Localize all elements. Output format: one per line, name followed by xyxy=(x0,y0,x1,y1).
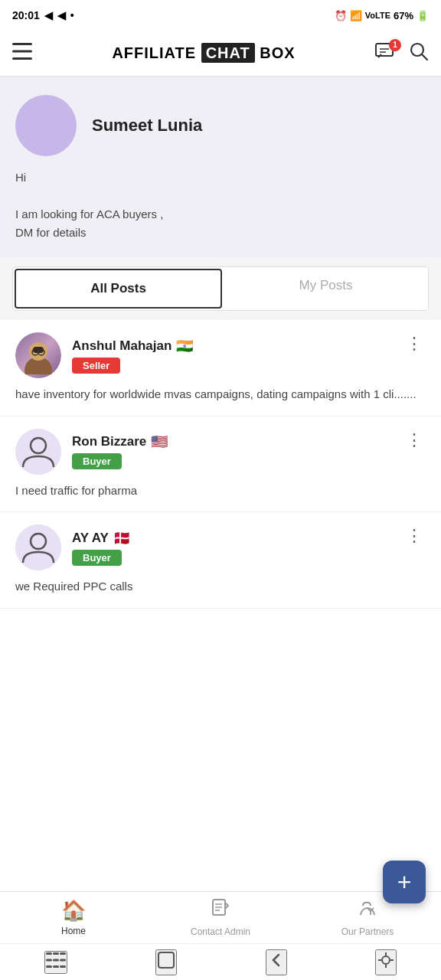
posts-tabs: All Posts My Posts xyxy=(12,266,429,311)
profile-section: Sumeet Lunia Hi I am looking for ACA buy… xyxy=(0,77,441,257)
post-avatar xyxy=(15,332,61,378)
post-header: Ron Bizzare 🇺🇸 Buyer ⋮ xyxy=(15,429,426,475)
bottom-nav-contact-admin[interactable]: Contact Admin xyxy=(147,898,294,937)
status-bar: 20:01 ◀ ◀ • ⏰ 📶 VoLTE 67% 🔋 xyxy=(0,0,441,31)
post-item: AY AY 🇩🇰 Buyer ⋮ we Required PPC calls xyxy=(0,512,441,609)
android-nav-bar xyxy=(0,943,441,980)
bottom-nav-partners-label: Our Partners xyxy=(341,926,394,937)
post-avatar xyxy=(15,524,61,570)
svg-point-15 xyxy=(15,524,61,570)
svg-rect-2 xyxy=(12,57,32,60)
battery-percent: 67% xyxy=(394,10,413,21)
svg-rect-27 xyxy=(46,965,52,968)
svg-rect-22 xyxy=(53,952,59,955)
post-user-info: Ron Bizzare 🇺🇸 Buyer xyxy=(72,433,168,469)
svg-rect-30 xyxy=(158,952,174,968)
posts-list: Anshul Mahajan 🇮🇳 Seller ⋮ have inventor… xyxy=(0,320,441,891)
android-recents-button[interactable] xyxy=(375,949,397,975)
home-icon: 🏠 xyxy=(61,899,86,923)
profile-bio: Hi I am looking for ACA buyers , DM for … xyxy=(15,168,426,242)
wifi-icon: 📶 xyxy=(350,10,362,21)
svg-point-31 xyxy=(382,956,390,964)
signal-dot: • xyxy=(70,9,74,21)
post-user-name: AY AY 🇩🇰 xyxy=(72,530,130,547)
fab-add-button[interactable]: + xyxy=(383,861,426,903)
partners-icon xyxy=(357,898,378,923)
android-menu-button[interactable] xyxy=(44,951,67,974)
tab-all-posts[interactable]: All Posts xyxy=(15,269,222,309)
role-badge-seller: Seller xyxy=(72,358,120,374)
app-logo: AFFILIATE CHAT BOX xyxy=(112,44,295,62)
nav-icons: 1 xyxy=(375,41,429,66)
more-options-button[interactable]: ⋮ xyxy=(403,332,426,355)
battery-icon: 🔋 xyxy=(416,10,429,21)
post-item: Ron Bizzare 🇺🇸 Buyer ⋮ I need traffic fo… xyxy=(0,416,441,513)
profile-avatar xyxy=(15,95,77,156)
svg-rect-0 xyxy=(12,43,32,45)
post-user-info: AY AY 🇩🇰 Buyer xyxy=(72,530,130,566)
search-icon xyxy=(409,41,429,61)
post-user: Anshul Mahajan 🇮🇳 Seller xyxy=(15,332,193,378)
messages-button[interactable]: 1 xyxy=(375,42,397,65)
more-options-button[interactable]: ⋮ xyxy=(403,429,426,452)
post-header: AY AY 🇩🇰 Buyer ⋮ xyxy=(15,524,426,570)
profile-name: Sumeet Lunia xyxy=(92,116,202,136)
post-flag: 🇺🇸 xyxy=(151,433,168,450)
android-home-button[interactable] xyxy=(155,949,177,975)
bottom-nav: 🏠 Home Contact Admin Our Partners xyxy=(0,891,441,943)
alarm-icon: ⏰ xyxy=(335,10,347,21)
profile-header: Sumeet Lunia xyxy=(15,95,426,156)
person-icon xyxy=(15,524,61,570)
post-header: Anshul Mahajan 🇮🇳 Seller ⋮ xyxy=(15,332,426,378)
hamburger-icon xyxy=(12,43,32,60)
post-user: AY AY 🇩🇰 Buyer xyxy=(15,524,130,570)
hamburger-menu-button[interactable] xyxy=(12,43,32,64)
status-right: ⏰ 📶 VoLTE 67% 🔋 xyxy=(335,10,429,21)
post-user-info: Anshul Mahajan 🇮🇳 Seller xyxy=(72,338,193,374)
location-icon: ◀ xyxy=(44,9,53,21)
role-badge-buyer: Buyer xyxy=(72,550,122,566)
svg-rect-25 xyxy=(53,959,59,961)
search-button[interactable] xyxy=(409,41,429,66)
tab-my-posts[interactable]: My Posts xyxy=(224,267,428,310)
svg-rect-29 xyxy=(60,965,66,968)
bottom-nav-home-label: Home xyxy=(61,926,86,936)
avatar-image xyxy=(19,336,57,374)
avatar-photo xyxy=(15,332,61,378)
network-icon: VoLTE xyxy=(365,11,390,20)
svg-rect-24 xyxy=(46,959,52,961)
status-left: 20:01 ◀ ◀ • xyxy=(12,9,74,21)
bottom-nav-contact-label: Contact Admin xyxy=(191,926,250,937)
role-badge-buyer: Buyer xyxy=(72,453,122,469)
post-avatar xyxy=(15,429,61,475)
message-badge: 1 xyxy=(389,39,401,51)
svg-rect-23 xyxy=(60,952,66,955)
svg-rect-21 xyxy=(46,952,52,955)
status-time: 20:01 xyxy=(12,9,40,21)
bottom-nav-partners[interactable]: Our Partners xyxy=(294,898,441,937)
post-user-name: Ron Bizzare 🇺🇸 xyxy=(72,433,168,450)
svg-rect-1 xyxy=(12,50,32,52)
svg-line-5 xyxy=(422,54,427,60)
post-flag: 🇩🇰 xyxy=(113,530,130,547)
post-user-name: Anshul Mahajan 🇮🇳 xyxy=(72,338,193,354)
logo-highlight: CHAT xyxy=(201,43,255,63)
post-flag: 🇮🇳 xyxy=(176,338,193,354)
location-icon2: ◀ xyxy=(57,9,66,21)
post-user: Ron Bizzare 🇺🇸 Buyer xyxy=(15,429,168,475)
svg-rect-26 xyxy=(60,959,66,961)
post-content: have inventory for worldwide mvas campai… xyxy=(15,386,426,403)
svg-rect-28 xyxy=(53,965,59,968)
android-back-button[interactable] xyxy=(266,949,287,975)
bottom-nav-home[interactable]: 🏠 Home xyxy=(0,899,147,936)
svg-point-13 xyxy=(15,429,61,475)
contact-admin-icon xyxy=(211,898,230,923)
post-content: I need traffic for pharma xyxy=(15,482,426,500)
person-icon xyxy=(15,429,61,475)
post-item: Anshul Mahajan 🇮🇳 Seller ⋮ have inventor… xyxy=(0,320,441,416)
post-content: we Required PPC calls xyxy=(15,578,426,596)
more-options-button[interactable]: ⋮ xyxy=(403,524,426,547)
top-nav: AFFILIATE CHAT BOX 1 xyxy=(0,31,441,77)
